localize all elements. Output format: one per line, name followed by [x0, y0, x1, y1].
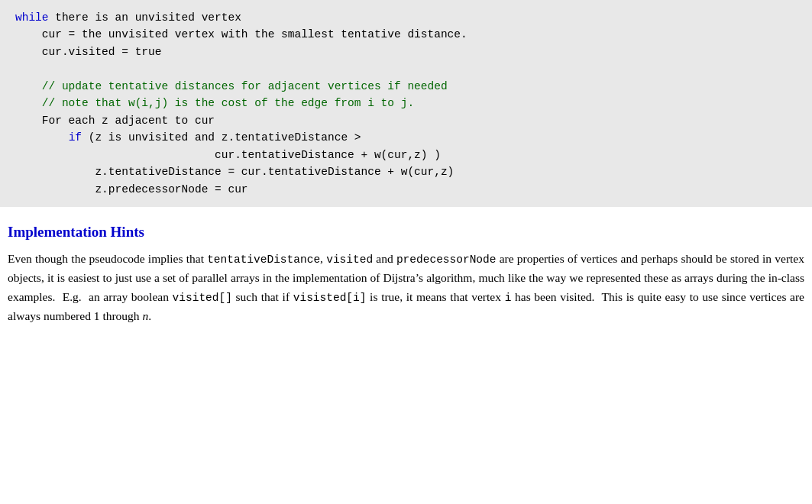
- code-tentativeDistance: tentativeDistance: [207, 254, 320, 266]
- pseudocode-block: while there is an unvisited vertex cur =…: [0, 0, 812, 207]
- keyword-while: while: [15, 11, 49, 24]
- code-container: while there is an unvisited vertex cur =…: [0, 0, 812, 207]
- code-visited-array: visited[]: [173, 292, 232, 304]
- code-predecessorNode: predecessorNode: [396, 254, 497, 266]
- italic-n: n: [143, 309, 149, 322]
- body-paragraph: Even though the pseudocode implies that …: [0, 250, 812, 326]
- comment-line1: // update tentative distances for adjace…: [15, 80, 448, 92]
- keyword-if: if: [69, 131, 82, 144]
- comment-line2: // note that w(i,j) is the cost of the e…: [15, 97, 414, 109]
- section-heading: Implementation Hints: [0, 224, 812, 241]
- code-i: i: [505, 292, 512, 304]
- code-visisted-i: visisted[i]: [293, 292, 367, 304]
- code-visited: visited: [326, 254, 373, 266]
